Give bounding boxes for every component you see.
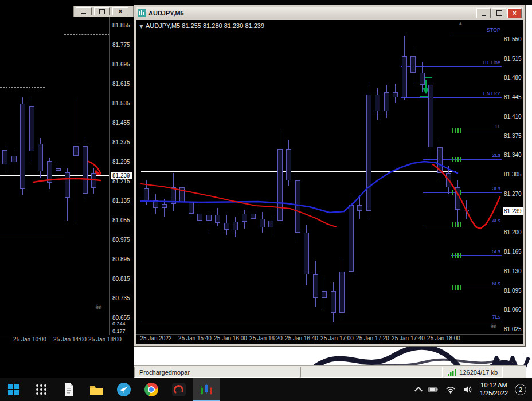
battery-icon[interactable]: [428, 386, 439, 394]
candle-body: [322, 291, 327, 298]
taskbar-icon-file-explorer[interactable]: [83, 378, 110, 401]
level-line-H1 Line: [401, 66, 502, 67]
price-scale-label: 81.060: [504, 306, 522, 313]
price-scale-label: 81.535: [112, 100, 130, 107]
tick-comb: [452, 157, 463, 162]
candle-body: [277, 149, 283, 221]
candle-body: [437, 147, 443, 173]
status-spacer: [300, 367, 443, 378]
tray-chevron-icon[interactable]: [414, 386, 423, 394]
folder-icon: [89, 384, 103, 395]
level-line-STOP: [452, 34, 502, 34]
level-label-entry: ENTRY: [483, 91, 500, 96]
price-scale-label: 81.295: [112, 159, 130, 165]
minimize-button[interactable]: [476, 8, 491, 18]
candle-body: [304, 233, 309, 274]
candle-body: [366, 95, 371, 210]
close-button[interactable]: ×: [507, 8, 522, 18]
candle-body: [295, 180, 300, 233]
dashed-level: [0, 87, 45, 88]
skull-icon: ☠: [490, 321, 497, 330]
price-scale-label: 81.200: [504, 229, 522, 235]
connection-status: 126204/17 kb: [444, 367, 503, 378]
level-label-7ls: 7Ls: [492, 314, 500, 320]
volume-icon[interactable]: [463, 385, 473, 394]
price-scale-label: 81.455: [112, 120, 130, 126]
level-label-h1-line: H1 Line: [483, 60, 500, 65]
candle-body: [179, 187, 185, 202]
level-label-2ls: 2Ls: [492, 152, 500, 158]
tick-comb: [452, 253, 463, 258]
time-axis-label: 25 Jan 16:20: [249, 335, 283, 341]
taskbar-icon-document-app[interactable]: [55, 378, 83, 401]
background-chart-window[interactable]: × ☠ 81.85581.77581.69581.61581.53581.455…: [0, 0, 134, 378]
candle-body: [224, 223, 229, 230]
taskbar-icon-chrome[interactable]: [138, 378, 165, 401]
connection-bars-icon: [448, 369, 457, 376]
status-profile: Prochargedmopar: [134, 367, 299, 378]
maximize-icon: [99, 9, 105, 14]
taskbar-icon-apps-grid[interactable]: [28, 378, 55, 401]
one-click-trading-arrow-icon[interactable]: ▼: [139, 23, 143, 29]
dashed-level: [64, 34, 109, 35]
candle-body: [349, 205, 354, 272]
candle-body: [384, 92, 389, 112]
ohlc-info-line: ▼AUDJPY,M5 81.255 81.280 81.230 81.239: [139, 22, 264, 29]
candle-body: [446, 173, 451, 187]
chart-surface[interactable]: ▼AUDJPY,M5 81.255 81.280 81.230 81.239 ▴…: [136, 20, 523, 344]
orange-level: [0, 235, 64, 235]
price-scale-label: 81.445: [504, 94, 522, 100]
taskbar-icon-metatrader[interactable]: [193, 378, 220, 401]
candle-body: [2, 150, 7, 165]
system-tray: 10:12 AM 1/25/2022 2: [416, 378, 532, 401]
candle-body: [91, 173, 96, 188]
candle-body: [251, 214, 256, 219]
start-button[interactable]: [0, 378, 28, 401]
candle-body: [428, 85, 433, 147]
level-label-5ls: 5Ls: [492, 249, 500, 254]
taskbar-icon-red-app[interactable]: [165, 378, 193, 401]
taskbar-icon-telegram[interactable]: [110, 378, 138, 401]
price-scale-label: 81.165: [504, 249, 522, 255]
candle-body: [162, 204, 167, 208]
maximize-button[interactable]: [94, 7, 110, 15]
candle-body: [455, 187, 460, 210]
candle-body: [339, 272, 345, 313]
tick-comb: [452, 285, 463, 290]
price-scale-label: 81.480: [504, 74, 522, 81]
candle-body: [268, 221, 273, 227]
price-scale-label: 80.975: [112, 237, 130, 243]
wifi-icon[interactable]: [445, 386, 456, 394]
price-scale-label: 81.025: [504, 326, 522, 332]
close-button[interactable]: ×: [112, 7, 128, 15]
restore-button[interactable]: [492, 8, 506, 18]
red-app-icon: [172, 383, 186, 396]
minimize-button[interactable]: [76, 7, 92, 15]
windows-logo-icon: [7, 383, 21, 396]
time-axis-label: 25 Jan 14:00: [53, 336, 87, 343]
price-scale-label: 81.095: [504, 288, 522, 294]
notification-badge[interactable]: 2: [515, 384, 526, 395]
time-axis-label: 25 Jan 10:00: [13, 336, 46, 343]
background-window-titlebar[interactable]: ×: [73, 6, 134, 17]
candle-body: [29, 106, 34, 151]
close-icon: ×: [513, 10, 517, 17]
candle-body: [38, 144, 43, 171]
chart-icon: [138, 9, 146, 17]
window-titlebar[interactable]: AUDJPY,M5 ×: [136, 7, 523, 19]
candle-body: [153, 200, 158, 208]
price-scale-label: 80.655: [112, 314, 130, 321]
current-price-tag: 81.239: [503, 207, 523, 215]
tray-clock[interactable]: 10:12 AM 1/25/2022: [480, 382, 508, 398]
candle-body: [286, 149, 291, 180]
price-scale-label: 81.340: [504, 152, 522, 158]
candle-body: [215, 215, 220, 222]
time-axis-label: 25 Jan 16:00: [214, 335, 247, 341]
tray-time: 10:12 AM: [480, 382, 508, 390]
price-scale-label: 80.815: [112, 276, 130, 282]
candle-body: [233, 222, 238, 230]
telegram-icon: [116, 382, 131, 397]
candle-body: [20, 104, 25, 189]
level-label-1l: 1L: [495, 124, 500, 129]
candle-body: [56, 168, 61, 170]
